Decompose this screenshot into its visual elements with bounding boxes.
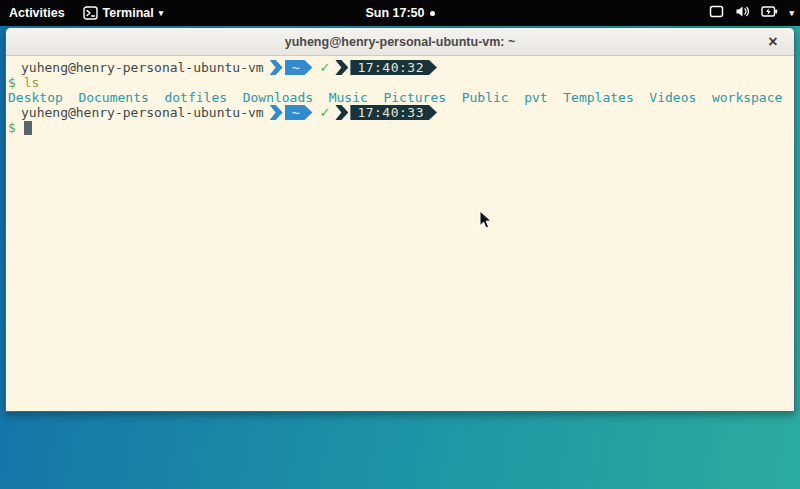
path-segment: ~ xyxy=(285,60,313,75)
prompt-user: yuheng@henry-personal-ubuntu-vm xyxy=(8,60,264,75)
clock-label: Sun 17:50 xyxy=(365,6,424,20)
path-segment: ~ xyxy=(285,105,313,120)
battery-charging-icon xyxy=(761,5,778,21)
time-segment: 17:40:33 xyxy=(350,105,437,120)
prompt-line-2: yuheng@henry-personal-ubuntu-vm ~ ✓ 17:4… xyxy=(8,105,792,120)
app-menu-label: Terminal xyxy=(103,6,154,20)
terminal-screen[interactable]: yuheng@henry-personal-ubuntu-vm ~ ✓ 17:4… xyxy=(6,56,794,411)
text-cursor-block xyxy=(24,121,32,135)
directory-name: Music xyxy=(329,90,368,105)
window-title: yuheng@henry-personal-ubuntu-vm: ~ xyxy=(285,35,516,49)
input-line: $ xyxy=(8,120,792,135)
time-segment: 17:40:32 xyxy=(350,60,437,75)
app-menu-terminal[interactable]: Terminal ▾ xyxy=(75,0,172,26)
powerline-arrow-icon xyxy=(270,105,283,120)
directory-name: Desktop xyxy=(8,90,63,105)
system-status-area[interactable]: ▾ xyxy=(709,0,794,26)
status-check-icon: ✓ xyxy=(319,60,330,75)
activities-button[interactable]: Activities xyxy=(0,0,75,26)
typed-command: ls xyxy=(24,75,40,90)
directory-name: Pictures xyxy=(383,90,446,105)
directory-name: workspace xyxy=(712,90,782,105)
prompt-user: yuheng@henry-personal-ubuntu-vm xyxy=(8,105,264,120)
notification-dot-icon xyxy=(430,11,435,16)
clock-button[interactable]: Sun 17:50 xyxy=(365,6,434,20)
volume-icon xyxy=(735,5,750,21)
directory-name: Downloads xyxy=(243,90,313,105)
directory-name: Documents xyxy=(78,90,148,105)
chevron-down-icon: ▾ xyxy=(159,8,164,18)
ls-output-row: Desktop Documents dotfiles Downloads Mus… xyxy=(8,90,792,105)
directory-name: Templates xyxy=(563,90,633,105)
directory-name: Videos xyxy=(649,90,696,105)
close-button[interactable]: × xyxy=(762,28,784,56)
screen-icon xyxy=(709,5,724,21)
top-bar: Activities Terminal ▾ Sun 17:50 xyxy=(0,0,800,26)
command-line: $ ls xyxy=(8,75,792,90)
chevron-down-icon: ▾ xyxy=(789,8,794,18)
terminal-window: yuheng@henry-personal-ubuntu-vm: ~ × yuh… xyxy=(5,27,795,412)
window-titlebar[interactable]: yuheng@henry-personal-ubuntu-vm: ~ × xyxy=(6,28,794,56)
powerline-arrow-icon xyxy=(335,60,348,75)
directory-name: pvt xyxy=(524,90,547,105)
prompt-line-1: yuheng@henry-personal-ubuntu-vm ~ ✓ 17:4… xyxy=(8,60,792,75)
status-check-icon: ✓ xyxy=(319,105,330,120)
powerline-arrow-icon xyxy=(335,105,348,120)
directory-name: Public xyxy=(462,90,509,105)
directory-name: dotfiles xyxy=(164,90,227,105)
prompt-symbol: $ xyxy=(8,120,16,135)
terminal-icon xyxy=(83,6,98,20)
prompt-symbol: $ xyxy=(8,75,16,90)
powerline-arrow-icon xyxy=(270,60,283,75)
